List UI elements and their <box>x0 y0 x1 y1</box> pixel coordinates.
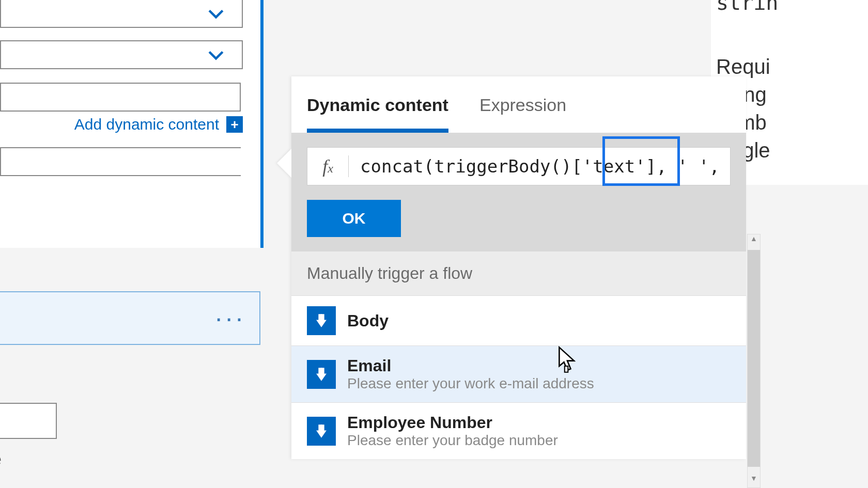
ok-button[interactable]: OK <box>307 200 401 237</box>
scroll-down-icon[interactable]: ▼ <box>748 474 760 487</box>
trigger-icon <box>307 360 336 389</box>
list-item-email[interactable]: Email Please enter your work e-mail addr… <box>291 345 746 402</box>
form-dropdown-1[interactable] <box>0 0 243 28</box>
item-title: Body <box>347 311 389 330</box>
item-description: Please enter your badge number <box>347 432 558 449</box>
small-input-box[interactable] <box>0 403 57 439</box>
chevron-down-icon <box>205 2 227 25</box>
form-input-4[interactable] <box>0 147 241 176</box>
add-dynamic-content-label: Add dynamic content <box>74 116 219 133</box>
svg-point-0 <box>319 314 324 319</box>
plus-icon: + <box>226 116 243 133</box>
scroll-up-icon[interactable]: ▲ <box>748 234 760 248</box>
form-dropdown-2[interactable] <box>0 40 243 69</box>
expression-input[interactable]: concat(triggerBody()['text'], ' ', ) <box>349 156 730 177</box>
form-input-3[interactable] <box>0 83 241 112</box>
add-dynamic-content-link[interactable]: Add dynamic content + <box>0 116 243 133</box>
fx-icon: fx <box>307 155 349 177</box>
cutoff-text-left: e <box>0 449 2 469</box>
expression-input-row: fx concat(triggerBody()['text'], ' ', ) <box>307 147 731 185</box>
expression-area: fx concat(triggerBody()['text'], ' ', ) … <box>291 133 746 251</box>
section-header-trigger: Manually trigger a flow <box>291 251 746 295</box>
dynamic-content-list: Body Email Please enter your work e-mail… <box>291 295 746 459</box>
item-title: Employee Number <box>347 413 558 432</box>
trigger-icon <box>307 306 336 335</box>
popup-pointer-icon <box>277 149 291 178</box>
item-title: Email <box>347 356 594 375</box>
svg-point-1 <box>319 368 324 372</box>
tab-dynamic-content[interactable]: Dynamic content <box>307 95 448 133</box>
item-description: Please enter your work e-mail address <box>347 375 594 392</box>
scroll-thumb[interactable] <box>748 250 760 467</box>
list-item-body[interactable]: Body <box>291 295 746 345</box>
trigger-icon <box>307 417 336 446</box>
scrollbar[interactable]: ▲ ▼ <box>747 234 761 488</box>
form-panel: Add dynamic content + <box>0 0 264 248</box>
svg-point-2 <box>319 424 324 429</box>
list-item-employee-number[interactable]: Employee Number Please enter your badge … <box>291 402 746 459</box>
chevron-down-icon <box>205 43 227 66</box>
dynamic-content-popup: Dynamic content Expression fx concat(tri… <box>291 76 746 459</box>
tab-expression[interactable]: Expression <box>479 95 566 133</box>
action-card[interactable]: ··· <box>0 291 260 345</box>
popup-tabs: Dynamic content Expression <box>291 76 746 133</box>
